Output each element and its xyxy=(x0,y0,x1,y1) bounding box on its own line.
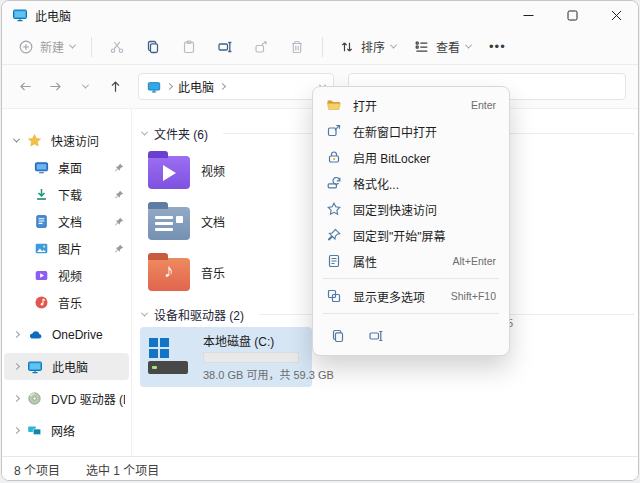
network-icon xyxy=(27,423,42,438)
separator xyxy=(91,37,92,57)
selection-count: 选中 1 个项目 xyxy=(86,461,159,478)
cut-button[interactable] xyxy=(100,33,134,61)
bitlocker-lock-icon xyxy=(326,149,342,165)
group-label: 设备和驱动器 (2) xyxy=(154,306,244,323)
pin-icon xyxy=(113,216,125,228)
this-pc-icon xyxy=(12,7,28,23)
breadcrumb-separator-icon xyxy=(166,83,173,90)
menu-item-open[interactable]: 打开 Enter xyxy=(313,92,509,118)
recent-locations-button[interactable] xyxy=(72,74,98,100)
separator xyxy=(322,37,323,57)
see-more-button[interactable]: ••• xyxy=(481,39,514,54)
status-bar: 8 个项目 选中 1 个项目 xyxy=(2,456,638,481)
sort-arrows-icon xyxy=(339,39,355,55)
sidebar-item-this-pc[interactable]: 此电脑 xyxy=(4,353,129,380)
sidebar-item-onedrive[interactable]: OneDrive xyxy=(4,321,129,348)
onedrive-cloud-icon xyxy=(27,327,43,343)
videos-folder-icon xyxy=(148,156,190,189)
command-bar: 新建 排序 查看 ••• xyxy=(2,29,638,65)
sidebar-item-network[interactable]: 网络 xyxy=(4,417,129,444)
hard-drive-icon xyxy=(148,338,192,376)
rename-icon-button[interactable] xyxy=(361,323,391,348)
star-outline-icon xyxy=(326,201,342,217)
sidebar-item-quick-access[interactable]: 快速访问 xyxy=(4,127,129,154)
view-button[interactable]: 查看 xyxy=(406,33,479,60)
menu-item-show-more-options[interactable]: 显示更多选项 Shift+F10 xyxy=(313,283,509,309)
pin-outline-icon xyxy=(326,227,342,243)
copy-icon-button[interactable] xyxy=(323,323,353,348)
title-bar: 此电脑 xyxy=(2,1,638,29)
plus-circle-icon xyxy=(18,39,34,55)
show-more-options-icon xyxy=(326,288,342,304)
pin-icon xyxy=(113,189,125,201)
sort-button[interactable]: 排序 xyxy=(331,33,404,60)
item-count: 8 个项目 xyxy=(14,461,60,478)
sidebar-item-downloads[interactable]: 下载 xyxy=(4,181,129,208)
menu-icon-row xyxy=(313,318,509,350)
up-button[interactable] xyxy=(102,74,128,100)
video-icon xyxy=(34,268,49,283)
group-label: 文件夹 (6) xyxy=(154,125,208,142)
delete-button[interactable] xyxy=(280,33,314,61)
disk-usage-bar xyxy=(203,352,299,363)
chevron-down-icon xyxy=(465,42,472,49)
maximize-button[interactable] xyxy=(550,1,594,29)
close-button[interactable] xyxy=(594,1,638,29)
menu-item-properties[interactable]: 属性 Alt+Enter xyxy=(313,248,509,274)
sidebar-item-dvd-drive[interactable]: DVD 驱动器 (D:) CF xyxy=(4,385,129,412)
properties-icon xyxy=(326,253,342,269)
rename-button[interactable] xyxy=(208,33,242,61)
menu-item-format[interactable]: 格式化... xyxy=(313,170,509,196)
context-menu: 打开 Enter 在新窗口中打开 启用 BitLocker 格式化... 固定到… xyxy=(312,86,510,356)
explorer-window: 此电脑 新建 排序 查看 ••• xyxy=(1,0,639,481)
window-title: 此电脑 xyxy=(35,7,71,24)
paste-button[interactable] xyxy=(172,33,206,61)
menu-item-pin-to-start[interactable]: 固定到"开始"屏幕 xyxy=(313,222,509,248)
music-folder-icon xyxy=(148,258,190,291)
new-button[interactable]: 新建 xyxy=(10,33,83,60)
sidebar-item-music[interactable]: 音乐 xyxy=(4,289,129,316)
folder-tile-music[interactable]: 音乐 xyxy=(140,248,312,296)
sidebar-item-desktop[interactable]: 桌面 xyxy=(4,154,129,181)
sort-label: 排序 xyxy=(361,38,385,55)
document-icon xyxy=(34,214,49,229)
share-button[interactable] xyxy=(244,33,278,61)
star-icon xyxy=(27,133,42,148)
chevron-down-icon xyxy=(390,42,397,49)
this-pc-icon xyxy=(27,359,43,375)
open-folder-icon xyxy=(326,97,342,113)
picture-icon xyxy=(34,241,49,256)
forward-button[interactable] xyxy=(42,74,68,100)
chevron-down-icon xyxy=(69,42,76,49)
view-label: 查看 xyxy=(436,38,460,55)
sidebar-item-pictures[interactable]: 图片 xyxy=(4,235,129,262)
breadcrumb-this-pc[interactable]: 此电脑 xyxy=(178,78,214,95)
pin-icon xyxy=(113,162,125,174)
copy-button[interactable] xyxy=(136,33,170,61)
sidebar-item-documents[interactable]: 文档 xyxy=(4,208,129,235)
address-box[interactable]: 此电脑 xyxy=(138,73,334,100)
drive-tile-local-disk-c[interactable]: 本地磁盘 (C:) 38.0 GB 可用，共 59.3 GB xyxy=(140,327,312,387)
minimize-button[interactable] xyxy=(506,1,550,29)
dvd-disc-icon xyxy=(27,391,42,406)
menu-item-pin-quick-access[interactable]: 固定到快速访问 xyxy=(313,196,509,222)
view-list-icon xyxy=(414,39,430,55)
this-pc-icon xyxy=(147,80,161,94)
navigation-pane: 快速访问 桌面 下载 文档 图片 xyxy=(2,109,132,456)
menu-item-open-new-window[interactable]: 在新窗口中打开 xyxy=(313,118,509,144)
format-drive-icon xyxy=(326,175,342,191)
breadcrumb-separator-icon xyxy=(219,83,226,90)
pin-icon xyxy=(113,243,125,255)
folder-tile-documents[interactable]: 文档 xyxy=(140,197,312,245)
download-icon xyxy=(34,187,49,202)
folder-tile-videos[interactable]: 视频 xyxy=(140,146,312,194)
back-button[interactable] xyxy=(12,74,38,100)
documents-folder-icon xyxy=(148,207,190,240)
music-icon xyxy=(34,295,49,310)
open-new-window-icon xyxy=(326,123,342,139)
menu-separator xyxy=(323,278,499,279)
desktop-icon xyxy=(34,160,49,175)
menu-item-enable-bitlocker[interactable]: 启用 BitLocker xyxy=(313,144,509,170)
new-label: 新建 xyxy=(40,38,64,55)
sidebar-item-videos[interactable]: 视频 xyxy=(4,262,129,289)
